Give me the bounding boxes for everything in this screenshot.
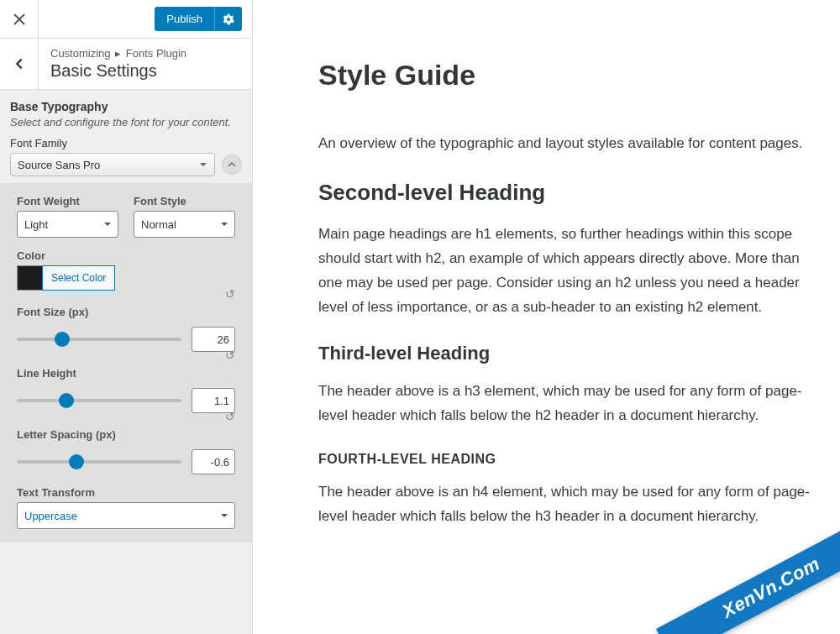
publish-settings-button[interactable] (214, 7, 242, 31)
preview-h1: Style Guide (318, 59, 815, 92)
letter-spacing-input[interactable] (192, 449, 235, 474)
line-height-label: Line Height (17, 367, 76, 380)
font-family-value: Source Sans Pro (18, 159, 100, 171)
panel-title: Base Typography (10, 100, 242, 113)
gear-icon (223, 13, 234, 25)
back-button[interactable] (0, 39, 39, 89)
font-size-reset[interactable]: ↺ (225, 287, 235, 301)
color-label: Color (17, 249, 235, 262)
letter-spacing-slider[interactable] (17, 460, 181, 464)
chevron-up-icon (228, 160, 236, 169)
collapse-toggle[interactable] (222, 155, 242, 175)
customizer-topbar: Publish (0, 0, 252, 39)
publish-button[interactable]: Publish (155, 7, 214, 31)
line-height-slider[interactable] (17, 399, 181, 402)
font-family-select[interactable]: Source Sans Pro (10, 153, 215, 176)
font-weight-select[interactable]: Light (17, 211, 118, 238)
letter-spacing-label: Letter Spacing (px) (17, 428, 116, 441)
section-title: Basic Settings (50, 61, 240, 81)
breadcrumb-separator: ▸ (115, 47, 121, 60)
chevron-left-icon (12, 56, 27, 71)
panel-description: Select and configure the font for your c… (10, 115, 242, 130)
preview-pane: Style Guide An overview of the typograph… (253, 0, 840, 634)
select-color-button[interactable]: Select Color (42, 265, 115, 291)
line-height-reset[interactable]: ↺ (225, 348, 235, 362)
color-swatch[interactable] (17, 265, 42, 291)
preview-p4: The header above is an h4 element, which… (318, 480, 815, 529)
breadcrumb-parent: Fonts Plugin (126, 47, 186, 60)
font-family-label: Font Family (10, 137, 242, 149)
text-transform-label: Text Transform (17, 486, 235, 499)
close-icon (13, 13, 26, 26)
preview-h4: Fourth-level Heading (318, 452, 815, 467)
preview-p3: The header above is a h3 element, which … (318, 380, 815, 428)
font-size-slider[interactable] (17, 338, 181, 341)
preview-intro: An overview of the typographic and layou… (318, 132, 815, 156)
breadcrumb: Customizing ▸ Fonts Plugin (50, 47, 240, 60)
font-weight-label: Font Weight (17, 195, 118, 207)
typography-subpanel: Font Weight Light Font Style Normal (0, 183, 252, 542)
font-style-select[interactable]: Normal (134, 211, 235, 238)
preview-h3: Third-level Heading (318, 343, 815, 364)
preview-h2: Second-level Heading (318, 180, 815, 206)
font-style-label: Font Style (134, 195, 235, 207)
close-button[interactable] (0, 0, 39, 39)
section-header: Customizing ▸ Fonts Plugin Basic Setting… (0, 39, 252, 90)
customizer-sidebar: Publish Customizing ▸ Fonts Plugin Basic… (0, 0, 253, 634)
text-transform-select[interactable]: Uppercase (17, 502, 235, 529)
base-typography-panel: Base Typography Select and configure the… (0, 90, 252, 542)
preview-p2: Main page headings are h1 elements, so f… (318, 223, 815, 320)
letter-spacing-reset[interactable]: ↺ (225, 410, 235, 423)
breadcrumb-prefix: Customizing (50, 47, 111, 60)
font-size-label: Font Size (px) (17, 306, 88, 318)
